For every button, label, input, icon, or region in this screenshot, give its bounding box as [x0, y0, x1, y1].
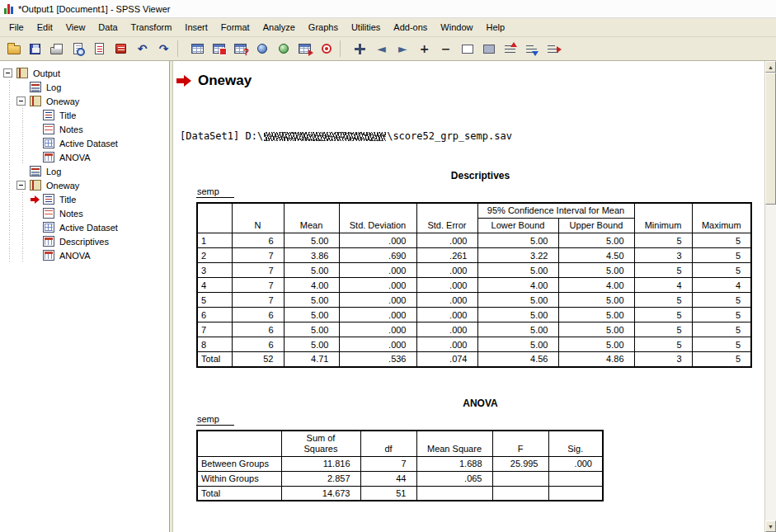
- column-header: Upper Bound: [558, 219, 634, 233]
- show-button[interactable]: [457, 39, 477, 59]
- menu-transform[interactable]: Transform: [125, 20, 179, 35]
- tree-item-title[interactable]: Title: [0, 108, 169, 122]
- save-button[interactable]: [25, 39, 45, 59]
- tree-guide: [16, 206, 30, 220]
- scroll-down-button[interactable]: ▼: [765, 520, 776, 532]
- demote-button[interactable]: ►: [393, 39, 413, 59]
- tree-item-active-dataset[interactable]: Active Dataset: [0, 220, 169, 234]
- tree-guide: [16, 220, 30, 234]
- cell-value: 7: [232, 248, 284, 263]
- tree-item-notes[interactable]: Notes: [0, 122, 169, 136]
- vertical-scrollbar[interactable]: ▲ ▼: [764, 61, 776, 532]
- main-area: OutputLogOnewayTitleNotesActive DatasetA…: [0, 61, 776, 532]
- promote-button[interactable]: ◄: [371, 39, 392, 59]
- tree-item-anova[interactable]: ANOVA: [0, 248, 169, 262]
- designate-window-button[interactable]: [316, 39, 336, 59]
- goto-data-button[interactable]: [187, 39, 208, 59]
- menu-edit[interactable]: Edit: [31, 20, 59, 35]
- descriptives-table[interactable]: NMeanStd. DeviationStd. Error95% Confide…: [196, 202, 752, 368]
- scrollbar-thumb[interactable]: [765, 73, 776, 205]
- undo-button[interactable]: ↶: [132, 39, 153, 59]
- cell-value: 5: [692, 308, 751, 322]
- dialog-recall-button[interactable]: [111, 39, 131, 59]
- cell-value: 5.00: [284, 233, 339, 248]
- select-last-output-button[interactable]: [294, 39, 315, 59]
- tree-item-descriptives[interactable]: Descriptives: [0, 234, 169, 248]
- cell-value: 3.22: [477, 248, 558, 263]
- menu-data[interactable]: Data: [92, 20, 124, 35]
- scrollbar-track[interactable]: [765, 73, 776, 520]
- cell-value: .000: [416, 322, 477, 337]
- find-button[interactable]: [252, 39, 272, 59]
- collapse-toggle[interactable]: [3, 68, 12, 78]
- tree-item-notes[interactable]: Notes: [0, 206, 169, 220]
- row-label: 8: [197, 337, 232, 352]
- menu-insert[interactable]: Insert: [178, 20, 214, 35]
- move-down-button[interactable]: [521, 39, 542, 59]
- cell-value: 51: [360, 486, 416, 501]
- collapse-toggle[interactable]: [16, 181, 26, 190]
- menu-graphs[interactable]: Graphs: [302, 20, 345, 35]
- tree-guide: [16, 248, 30, 262]
- tree-item-log[interactable]: Log: [0, 80, 169, 94]
- cell-value: 5.00: [284, 308, 339, 322]
- tree-item-oneway[interactable]: Oneway: [0, 178, 169, 192]
- toolbar: ↶↷◄►+−: [0, 37, 776, 61]
- menu-view[interactable]: View: [59, 20, 92, 35]
- redo-button[interactable]: ↷: [153, 39, 174, 59]
- table-icon: [43, 250, 54, 261]
- tree-guide: [16, 234, 30, 248]
- column-header: Mean Square: [416, 431, 492, 457]
- menu-window[interactable]: Window: [434, 20, 479, 35]
- scroll-up-button[interactable]: ▲: [765, 61, 776, 73]
- row-label: Total: [197, 352, 232, 367]
- collapse-button[interactable]: −: [435, 39, 456, 59]
- tree-guide: [16, 122, 30, 136]
- column-header: F: [492, 431, 548, 457]
- tree-item-output[interactable]: Output: [0, 66, 169, 80]
- cell-value: 4.86: [558, 352, 634, 367]
- tree-item-anova[interactable]: ANOVA: [0, 150, 169, 164]
- tree-connector: [30, 136, 43, 150]
- menu-analyze[interactable]: Analyze: [256, 20, 302, 35]
- cell-value: 6: [232, 337, 284, 352]
- print-preview-button[interactable]: [68, 39, 88, 59]
- app-icon: [4, 3, 13, 14]
- table-row: 765.00.000.0005.005.0055: [197, 322, 751, 337]
- collapse-toggle[interactable]: [16, 97, 26, 106]
- export-button[interactable]: [89, 39, 110, 59]
- menu-utilities[interactable]: Utilities: [345, 20, 387, 35]
- move-up-button[interactable]: [500, 39, 520, 59]
- tree-connector: [30, 150, 43, 164]
- tree-item-active-dataset[interactable]: Active Dataset: [0, 136, 169, 150]
- menu-bar: FileEditViewDataTransformInsertFormatAna…: [0, 18, 776, 37]
- cell-value: 7: [232, 278, 284, 293]
- tree-item-log[interactable]: Log: [0, 164, 169, 178]
- menu-help[interactable]: Help: [479, 20, 511, 35]
- menu-format[interactable]: Format: [214, 20, 256, 35]
- dataset-path-line: [DataSet1] D:\\score52_grp_semp.sav: [180, 130, 764, 142]
- menu-file[interactable]: File: [2, 20, 31, 35]
- table-row: Total524.71.536.0744.564.8635: [197, 352, 751, 367]
- anova-table[interactable]: Sum of SquaresdfMean SquareFSig.Between …: [196, 430, 604, 502]
- tree-item-oneway[interactable]: Oneway: [0, 94, 169, 108]
- column-header: Lower Bound: [477, 219, 558, 233]
- title-bar: *Output1 [Document1] - SPSS Viewer: [0, 0, 776, 18]
- cell-value: 6: [232, 322, 284, 337]
- print-button[interactable]: [46, 39, 67, 59]
- tree-item-title[interactable]: Title: [0, 192, 169, 206]
- collapse-outline-button[interactable]: [543, 39, 563, 59]
- hide-button[interactable]: [478, 39, 499, 59]
- table-icon: [43, 152, 54, 162]
- open-button[interactable]: [3, 39, 24, 59]
- notes-icon: [43, 208, 54, 219]
- designate-window-icon: [322, 44, 332, 54]
- goto-case-button[interactable]: [209, 39, 229, 59]
- insert-heading-button[interactable]: [350, 39, 370, 59]
- menu-add-ons[interactable]: Add-ons: [387, 20, 434, 35]
- cell-value: 5.00: [284, 293, 339, 308]
- goto-case-icon: [213, 44, 225, 54]
- expand-button[interactable]: +: [414, 39, 435, 59]
- use-sets-button[interactable]: [273, 39, 294, 59]
- variables-button[interactable]: [230, 39, 251, 59]
